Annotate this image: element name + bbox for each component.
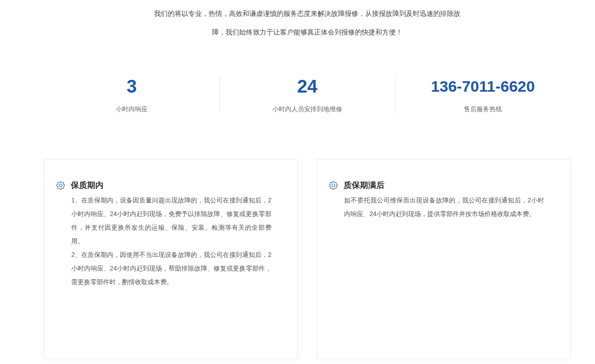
stat-response-time: 3 小时内响应 <box>44 77 219 113</box>
stat-label-hours-onsite: 小时内人员安排到地维修 <box>220 105 395 113</box>
card-paragraph: 2、在质保期内，因使用不当出现设备故障的，我公司在接到通知后，2小时内响应、24… <box>71 248 271 289</box>
card-paragraph: 如不委托我公司维保而出现设备故障的，我公司在接到通知后，2小时内响应、24小时内… <box>344 193 544 221</box>
stat-label-hotline: 售后服务热线 <box>395 105 570 113</box>
card-paragraph: 1、在质保期内，设备因质量问题出现故障的，我公司在接到通知后，2小时内响应、24… <box>71 193 271 248</box>
after-sales-section: 我们的将以专业，热情，高效和谦虚谨慎的服务态度来解决故障报修，从接报故障到及时迅… <box>44 0 570 359</box>
hotline-phone-number: 136-7011-6620 <box>395 77 570 96</box>
gear-icon <box>329 181 338 190</box>
gear-icon <box>56 181 65 190</box>
stats-row: 3 小时内响应 24 小时内人员安排到地维修 136-7011-6620 售后服… <box>44 77 570 113</box>
card-after-warranty: 质保期满后 如不委托我公司维保而出现设备故障的，我公司在接到通知后，2小时内响应… <box>317 159 570 359</box>
card-within-warranty: 保质期内 1、在质保期内，设备因质量问题出现故障的，我公司在接到通知后，2小时内… <box>44 159 298 359</box>
card-header: 保质期内 <box>56 181 271 190</box>
card-body: 1、在质保期内，设备因质量问题出现故障的，我公司在接到通知后，2小时内响应、24… <box>71 193 271 289</box>
stat-label-hours-response: 小时内响应 <box>44 105 219 113</box>
warranty-cards-row: 保质期内 1、在质保期内，设备因质量问题出现故障的，我公司在接到通知后，2小时内… <box>44 159 570 359</box>
stat-value-hours-onsite: 24 <box>220 77 395 96</box>
stat-service-hotline: 136-7011-6620 售后服务热线 <box>395 77 570 113</box>
card-title-within-warranty: 保质期内 <box>71 181 103 190</box>
intro-text: 我们的将以专业，热情，高效和谦虚谨慎的服务态度来解决故障报修，从接报故障到及时迅… <box>153 0 462 41</box>
stat-onsite-time: 24 小时内人员安排到地维修 <box>220 77 395 113</box>
card-body: 如不委托我公司维保而出现设备故障的，我公司在接到通知后，2小时内响应、24小时内… <box>344 193 544 221</box>
card-header: 质保期满后 <box>329 181 544 190</box>
card-title-after-warranty: 质保期满后 <box>344 181 384 190</box>
stat-value-hours-response: 3 <box>44 77 219 96</box>
